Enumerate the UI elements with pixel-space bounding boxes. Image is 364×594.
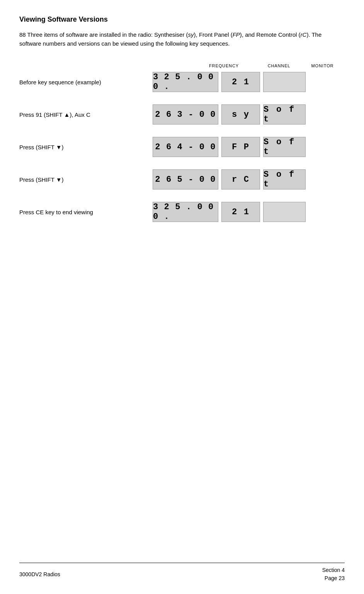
table-row: Press 91 (SHIFT ▲), Aux C 2 6 3 - 0 0 s … bbox=[19, 104, 345, 125]
freq-display: 2 6 5 - 0 0 bbox=[153, 169, 218, 189]
monitor-display: S o f t bbox=[263, 169, 306, 189]
page-description: 88 Three items of software are installed… bbox=[19, 31, 345, 48]
display-cells: 2 6 5 - 0 0 r C S o f t bbox=[153, 169, 306, 189]
page-footer: 3000DV2 Radios Section 4 Page 23 bbox=[19, 563, 345, 582]
row-label: Press 91 (SHIFT ▲), Aux C bbox=[19, 111, 153, 118]
footer-right-text: Section 4 Page 23 bbox=[322, 566, 345, 582]
para-number: 88 bbox=[19, 31, 26, 38]
table-section: FREQUENCY CHANNEL MONITOR Before key seq… bbox=[19, 63, 345, 222]
column-headers: FREQUENCY CHANNEL MONITOR bbox=[19, 63, 345, 68]
channel-display: s y bbox=[221, 104, 260, 125]
freq-display: 3 2 5 . 0 0 0 . bbox=[153, 202, 218, 222]
monitor-display: S o f t bbox=[263, 137, 306, 157]
footer-left-text: 3000DV2 Radios bbox=[19, 571, 60, 577]
header-channel: CHANNEL bbox=[258, 63, 300, 68]
footer-page: Page 23 bbox=[322, 574, 345, 582]
display-cells: 3 2 5 . 0 0 0 . 2 1 bbox=[153, 72, 306, 92]
table-row: Press (SHIFT ▼) 2 6 4 - 0 0 F P S o f t bbox=[19, 137, 345, 157]
monitor-display bbox=[263, 72, 306, 92]
row-label: Press CE key to end viewing bbox=[19, 209, 153, 215]
freq-display: 2 6 3 - 0 0 bbox=[153, 104, 218, 125]
footer-section: Section 4 bbox=[322, 566, 345, 574]
freq-display: 2 6 4 - 0 0 bbox=[153, 137, 218, 157]
channel-display: 2 1 bbox=[221, 72, 260, 92]
table-row: Press (SHIFT ▼) 2 6 5 - 0 0 r C S o f t bbox=[19, 169, 345, 189]
monitor-display: S o f t bbox=[263, 104, 306, 125]
row-label: Before key sequence (example) bbox=[19, 79, 153, 85]
display-cells: 3 2 5 . 0 0 0 . 2 1 bbox=[153, 202, 306, 222]
channel-display: 2 1 bbox=[221, 202, 260, 222]
table-row: Press CE key to end viewing 3 2 5 . 0 0 … bbox=[19, 202, 345, 222]
monitor-display bbox=[263, 202, 306, 222]
para-text: Three items of software are installed in… bbox=[19, 31, 321, 47]
table-row: Before key sequence (example) 3 2 5 . 0 … bbox=[19, 72, 345, 92]
display-cells: 2 6 4 - 0 0 F P S o f t bbox=[153, 137, 306, 157]
page-content: Viewing Software Versions 88 Three items… bbox=[0, 0, 364, 258]
row-label: Press (SHIFT ▼) bbox=[19, 176, 153, 183]
channel-display: F P bbox=[221, 137, 260, 157]
row-label: Press (SHIFT ▼) bbox=[19, 144, 153, 150]
header-frequency: FREQUENCY bbox=[190, 63, 258, 68]
header-monitor: MONITOR bbox=[300, 63, 345, 68]
channel-display: r C bbox=[221, 169, 260, 189]
freq-display: 3 2 5 . 0 0 0 . bbox=[153, 72, 218, 92]
page-title: Viewing Software Versions bbox=[19, 15, 345, 24]
display-cells: 2 6 3 - 0 0 s y S o f t bbox=[153, 104, 306, 125]
